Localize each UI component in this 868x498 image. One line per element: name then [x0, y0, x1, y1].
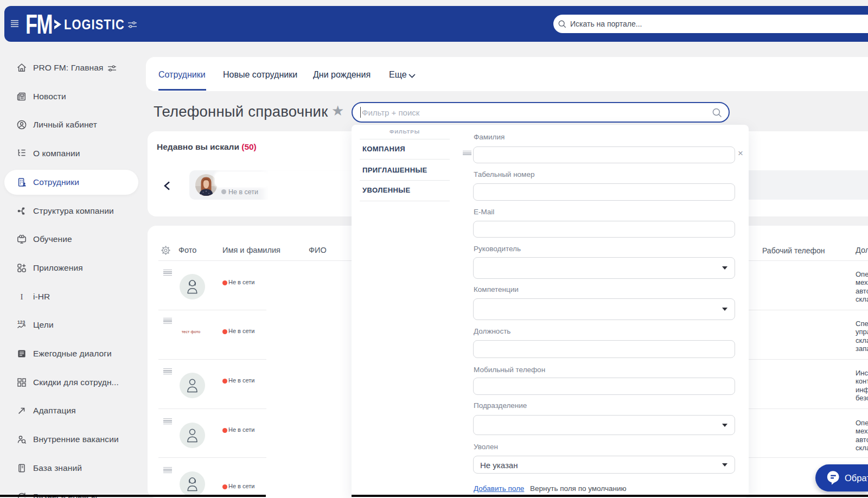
svg-text:123: 123	[17, 320, 25, 325]
svg-text:I: I	[21, 292, 23, 301]
